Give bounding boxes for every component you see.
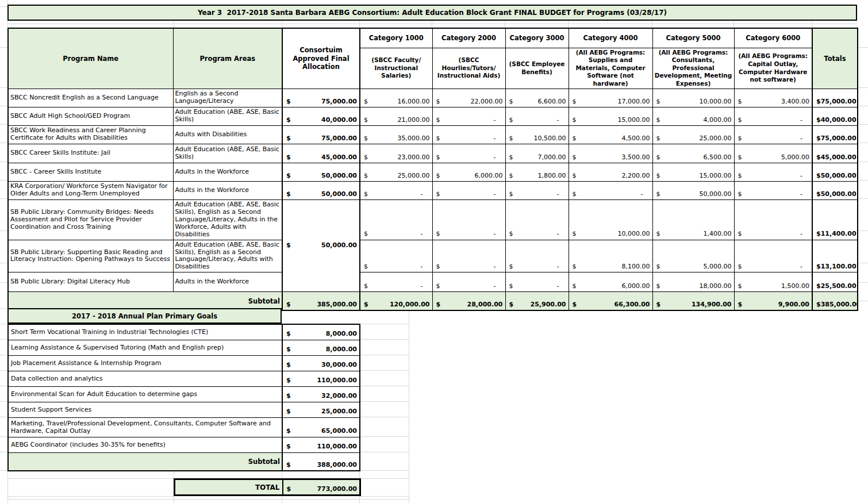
- cell-category-6000[interactable]: $5,000.00: [734, 144, 812, 163]
- cell-category-3000[interactable]: $-: [505, 181, 569, 199]
- cell-category-3000[interactable]: $10,500.00: [505, 125, 569, 144]
- cell-category-1000[interactable]: $16,000.00: [360, 89, 432, 107]
- cell-category-1000[interactable]: $-: [360, 199, 432, 240]
- column-header-category-1000[interactable]: Category 1000: [360, 28, 432, 48]
- cell-row-total[interactable]: $13,100.00: [812, 240, 858, 272]
- cell-goal-amount[interactable]: $110,000.00: [282, 371, 360, 386]
- cell-category-6000[interactable]: $-: [734, 125, 812, 144]
- cell-program-areas[interactable]: Adults in the Workforce: [173, 272, 282, 292]
- cell-program-areas[interactable]: Adults with Disabilities: [173, 125, 282, 144]
- cell-goal-amount[interactable]: $8,000.00: [282, 340, 360, 355]
- column-header-program-name[interactable]: Program Name: [8, 28, 173, 89]
- cell-category-4000[interactable]: $10,000.00: [569, 199, 652, 240]
- cell-row-total[interactable]: $75,000.00: [812, 125, 858, 144]
- cell-row-total[interactable]: $45,000.00: [812, 144, 858, 163]
- cell-program-areas[interactable]: Adult Education (ABE, ASE, Basic Skills): [173, 107, 282, 125]
- cell-allocation[interactable]: $50,000.00: [282, 181, 360, 199]
- cell-category-4000[interactable]: $4,500.00: [569, 125, 652, 144]
- cell-program-name[interactable]: SBCC - Career Skills Institute: [8, 163, 173, 181]
- cell-category-2000[interactable]: $-: [432, 240, 505, 272]
- column-header-category-3000-desc[interactable]: (SBCC Employee Benefits): [505, 48, 569, 89]
- cell-category-5000[interactable]: $15,000.00: [652, 163, 734, 181]
- cell-goals-subtotal-amount[interactable]: $388,000.00: [282, 452, 360, 471]
- cell-allocation[interactable]: $45,000.00: [282, 144, 360, 163]
- cell-subtotal-category-6000[interactable]: $9,900.00: [734, 292, 812, 310]
- cell-category-1000[interactable]: $35,000.00: [360, 125, 432, 144]
- cell-category-4000[interactable]: $17,000.00: [569, 89, 652, 107]
- cell-category-6000[interactable]: $1,500.00: [734, 272, 812, 292]
- cell-program-areas[interactable]: Adult Education (ABE, ASE, Basic Skills)…: [173, 199, 282, 240]
- cell-category-6000[interactable]: $-: [734, 163, 812, 181]
- cell-category-3000[interactable]: $-: [505, 199, 569, 240]
- column-header-category-6000-desc[interactable]: (All AEBG Programs: Capital Outlay, Comp…: [734, 48, 812, 89]
- cell-category-5000[interactable]: $6,500.00: [652, 144, 734, 163]
- column-header-category-4000[interactable]: Category 4000: [569, 28, 652, 48]
- cell-category-2000[interactable]: $-: [432, 144, 505, 163]
- cell-category-2000[interactable]: $-: [432, 125, 505, 144]
- cell-goal-amount[interactable]: $65,000.00: [282, 417, 360, 437]
- cell-category-5000[interactable]: $5,000.00: [652, 240, 734, 272]
- cell-category-6000[interactable]: $-: [734, 181, 812, 199]
- column-header-category-3000[interactable]: Category 3000: [505, 28, 569, 48]
- cell-program-name[interactable]: SB Public Library: Digital Literacy Hub: [8, 272, 173, 292]
- cell-category-1000[interactable]: $25,000.00: [360, 163, 432, 181]
- cell-row-total[interactable]: $40,000.00: [812, 107, 858, 125]
- cell-category-2000[interactable]: $22,000.00: [432, 89, 505, 107]
- cell-category-5000[interactable]: $4,000.00: [652, 107, 734, 125]
- cell-category-6000[interactable]: $-: [734, 199, 812, 240]
- cell-category-5000[interactable]: $25,000.00: [652, 125, 734, 144]
- cell-allocation[interactable]: $40,000.00: [282, 107, 360, 125]
- budget-title-cell[interactable]: Year 3 2017-2018 Santa Barbara AEBG Cons…: [7, 5, 857, 21]
- cell-category-4000[interactable]: $8,100.00: [569, 240, 652, 272]
- cell-program-areas[interactable]: Adult Education (ABE, ASE, Basic Skills): [173, 144, 282, 163]
- cell-allocation-merged[interactable]: $50,000.00: [282, 199, 360, 292]
- cell-goal-label[interactable]: Student Support Services: [8, 402, 282, 417]
- cell-allocation[interactable]: $75,000.00: [282, 89, 360, 107]
- column-header-allocation[interactable]: Consortuim Approved Final Allocation: [282, 28, 360, 89]
- cell-program-areas[interactable]: English as a Second Language/Literacy: [173, 89, 282, 107]
- cell-category-4000[interactable]: $3,500.00: [569, 144, 652, 163]
- cell-row-total[interactable]: $75,000.00: [812, 89, 858, 107]
- column-header-category-5000[interactable]: Category 5000: [652, 28, 734, 48]
- cell-subtotal-allocation[interactable]: $385,000.00: [282, 292, 360, 310]
- column-header-category-2000[interactable]: Category 2000: [432, 28, 505, 48]
- cell-row-total[interactable]: $50,000.00: [812, 181, 858, 199]
- cell-row-total[interactable]: $50,000.00: [812, 163, 858, 181]
- cell-category-4000[interactable]: $2,200.00: [569, 163, 652, 181]
- cell-goal-label[interactable]: Learning Assistance & Supervised Tutorin…: [8, 340, 282, 355]
- cell-category-4000[interactable]: $15,000.00: [569, 107, 652, 125]
- cell-program-areas[interactable]: Adult Education (ABE, ASE, Basic Skills)…: [173, 240, 282, 272]
- cell-category-5000[interactable]: $50,000.00: [652, 181, 734, 199]
- cell-category-6000[interactable]: $3,400.00: [734, 89, 812, 107]
- cell-grand-total-amount[interactable]: $773,000.00: [283, 479, 360, 496]
- cell-category-6000[interactable]: $-: [734, 240, 812, 272]
- column-header-category-4000-desc[interactable]: (All AEBG Programs: Supplies and Materia…: [569, 48, 652, 89]
- cell-goal-amount[interactable]: $30,000.00: [282, 355, 360, 371]
- cell-category-1000[interactable]: $-: [360, 240, 432, 272]
- cell-program-name[interactable]: SBCC Career Skills Institute: Jail: [8, 144, 173, 163]
- cell-subtotal-category-5000[interactable]: $134,900.00: [652, 292, 734, 310]
- column-header-category-6000[interactable]: Category 6000: [734, 28, 812, 48]
- cell-category-2000[interactable]: $6,000.00: [432, 163, 505, 181]
- cell-category-4000[interactable]: $6,000.00: [569, 272, 652, 292]
- cell-subtotal-category-1000[interactable]: $120,000.00: [360, 292, 432, 310]
- cell-category-2000[interactable]: $-: [432, 272, 505, 292]
- cell-row-total[interactable]: $11,400.00: [812, 199, 858, 240]
- cell-grand-total-label[interactable]: TOTAL: [175, 479, 283, 496]
- column-header-category-2000-desc[interactable]: (SBCC Hourlies/Tutors/ Instructional Aid…: [432, 48, 505, 89]
- cell-allocation[interactable]: $75,000.00: [282, 125, 360, 144]
- cell-program-name[interactable]: SBCC Adult High School/GED Program: [8, 107, 173, 125]
- cell-category-1000[interactable]: $21,000.00: [360, 107, 432, 125]
- cell-program-name[interactable]: SBCC Work Readiness and Career Planning …: [8, 125, 173, 144]
- cell-category-2000[interactable]: $-: [432, 181, 505, 199]
- cell-goal-amount[interactable]: $32,000.00: [282, 386, 360, 402]
- cell-program-areas[interactable]: Adults in the Workforce: [173, 181, 282, 199]
- cell-program-areas[interactable]: Adults in the Workforce: [173, 163, 282, 181]
- cell-subtotal-category-2000[interactable]: $28,000.00: [432, 292, 505, 310]
- cell-row-total[interactable]: $25,500.00: [812, 272, 858, 292]
- cell-category-3000[interactable]: $-: [505, 240, 569, 272]
- cell-goal-label[interactable]: Job Placement Assistance & Internship Pr…: [8, 355, 282, 371]
- cell-subtotal-category-3000[interactable]: $25,900.00: [505, 292, 569, 310]
- cell-goal-label[interactable]: AEBG Coordinator (includes 30-35% for be…: [8, 437, 282, 452]
- cell-program-name[interactable]: KRA Corporation/ Workforce System Naviga…: [8, 181, 173, 199]
